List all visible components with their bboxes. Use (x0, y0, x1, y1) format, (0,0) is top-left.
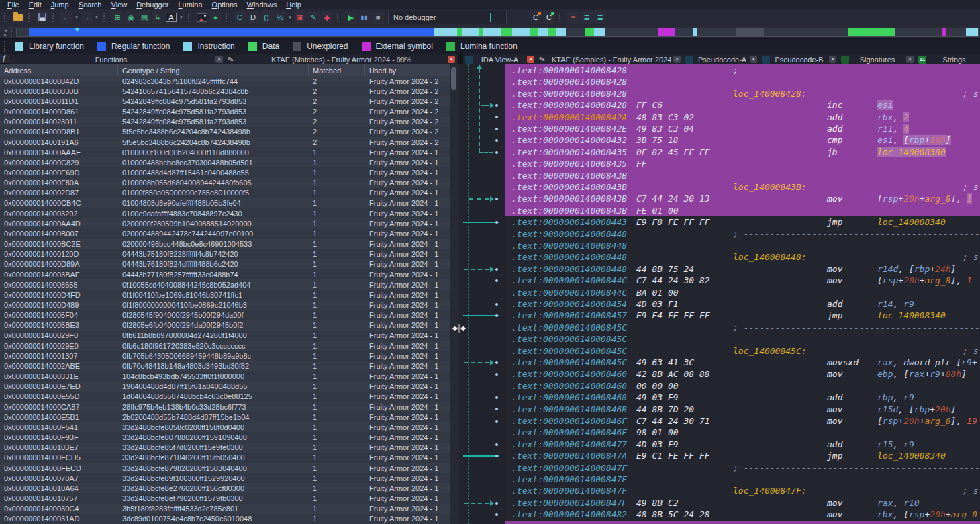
disasm-line[interactable]: .text:000000014000845C; ----------------… (505, 322, 980, 333)
table-row[interactable]: 0x00000001400011D154242849ffc084c975d581… (0, 96, 450, 106)
disasm-line[interactable]: .text:000000014000846042 8B AC 08 88move… (505, 368, 980, 380)
open-file-icon[interactable] (12, 11, 24, 24)
table-row[interactable]: 0x000000014000B0070200004889442478c74424… (0, 228, 450, 238)
pane-splitter[interactable] (458, 64, 463, 524)
close-tab-icon[interactable]: ✕ (215, 56, 223, 63)
disasm-line[interactable]: .text:000000014000843B (505, 170, 980, 181)
debugger-select[interactable]: No debugger (388, 11, 507, 24)
column-header[interactable]: Genotype / String (118, 64, 309, 76)
disasm-line[interactable]: .text:000000014000842E49 83 C3 04addr11,… (505, 123, 980, 134)
disasm-line[interactable]: .text:0000000140008448 (505, 240, 980, 251)
table-row[interactable]: 0x000000014000BC2E020000498bcc448bc0e8c4… (0, 239, 450, 249)
disasm-line[interactable]: .text:000000014000844844 8B 75 24movr14d… (505, 263, 980, 275)
local-types-icon[interactable]: ≣ (594, 11, 606, 24)
dropdown-caret-icon[interactable]: ▼ (287, 15, 293, 19)
column-header[interactable]: Used by (365, 64, 450, 76)
menu-debugger[interactable]: Debugger (132, 1, 173, 9)
jump-address-icon[interactable]: ↳ (152, 11, 164, 24)
table-row[interactable]: 0x00000001400029F00fb611b8b897000084d274… (0, 331, 450, 341)
table-row[interactable]: 0x000000014000D4FD0f1f00410fbe1069c81046… (0, 290, 450, 300)
close-tab-icon[interactable]: ✕ (448, 56, 455, 63)
disasm-line[interactable]: .text:000000014000842A48 83 C3 02addrbx,… (505, 112, 980, 123)
disasm-line[interactable]: .text:000000014000847F49 8B C2movrax, r1… (505, 497, 980, 509)
table-row[interactable]: 0x000000014000D8B15f5e5bc3488b6c24204c8b… (0, 127, 450, 137)
disasm-line[interactable]: .text:0000000140008443E9 F8 FE FF FFjmpl… (505, 216, 980, 228)
table-row[interactable]: 0x00000001400029E00fb6c180f961720383e820… (0, 341, 450, 351)
new-c-icon[interactable]: C (543, 11, 555, 24)
disasm-line[interactable]: .text:000000014000846849 03 E9addrbp, r9 (505, 392, 980, 403)
breakpoint-frame-icon[interactable]: ▣ (294, 11, 306, 24)
disasm-line[interactable]: .text:000000014000847F (505, 474, 980, 485)
table-row[interactable]: 0x0000000140002D8701000f850a05000090c785… (0, 188, 450, 198)
table-row[interactable]: 0x00000001400030C43b5f180f8283feffff4533… (0, 504, 450, 514)
menu-lumina[interactable]: Lumina (173, 1, 207, 9)
disasm-line[interactable]: .text:000000014000847F; ----------------… (505, 462, 980, 474)
disasm-line[interactable]: .text:000000014000847Floc_14000847F:; s (505, 485, 980, 496)
table-row[interactable]: 0x00000001400085550f10055cd404008844245c… (0, 279, 450, 290)
menu-help[interactable]: Help (281, 1, 306, 9)
breakpoint-icon[interactable]: ◆ (321, 11, 333, 24)
table-row[interactable]: 0x000000014000F80A0100008b055d6804008944… (0, 178, 450, 188)
table-row[interactable]: 0x000000014000E7ED190400488d4d87ff15f61a… (0, 382, 450, 392)
scrollbar-thumb[interactable] (451, 67, 456, 90)
lumina-status-icon[interactable]: ● (209, 11, 222, 24)
tab-signatures[interactable]: Signatures✕ (839, 54, 917, 65)
dropdown-caret-icon[interactable]: ▼ (74, 15, 79, 19)
table-row[interactable]: 0x000000014000D89A04443b76180f824dffffff… (0, 259, 450, 269)
produce-c-file-icon[interactable]: C (234, 11, 246, 24)
disasm-line[interactable]: .text:000000014000843BFE 01 00 (505, 205, 980, 216)
table-row[interactable]: 0x000000014000E5B12b0200488d55b7488d4d87… (0, 412, 450, 422)
disasm-line[interactable]: .text:00000001400084774D 03 F9addr15, r9 (505, 439, 980, 450)
table-row[interactable]: 0x000000014000D86154242849ffc084c975d581… (0, 106, 450, 116)
menu-jump[interactable]: Jump (46, 1, 74, 9)
close-tab-icon[interactable]: ✕ (527, 56, 534, 63)
ida-view-a-panel[interactable]: .text:0000000140008428; ----------------… (463, 64, 980, 524)
left-pane-scrollbar[interactable] (450, 64, 458, 524)
graph-view-icon[interactable] (196, 11, 208, 24)
navigate-forward-icon[interactable]: → (81, 11, 93, 24)
column-header[interactable]: Address (0, 64, 118, 76)
disasm-line[interactable]: .text:0000000140008428FF C6incesi (505, 99, 980, 111)
menu-file[interactable]: File (3, 1, 24, 9)
menu-edit[interactable]: Edit (24, 1, 46, 9)
disasm-line[interactable]: .text:00000001400084323B 75 18cmpesi, [r… (505, 134, 980, 146)
disasm-line[interactable]: .text:00000001400084350F 82 45 FF FFjblo… (505, 146, 980, 158)
table-row[interactable]: 0x000000014000842D024983c3043b75180f8245… (0, 76, 450, 86)
disasm-line[interactable]: .text:000000014000846000 00 00 (505, 380, 980, 392)
save-icon[interactable] (36, 11, 48, 24)
table-row[interactable]: 0x000000014000AA4D0200000f280599b1040088… (0, 218, 450, 228)
table-row[interactable]: 0x000000014000120D04443b75180f8228ffffff… (0, 249, 450, 259)
menu-view[interactable]: View (107, 1, 132, 9)
menu-options[interactable]: Options (207, 1, 242, 9)
table-row[interactable]: 0x00000001400032920100e9dafaffff4883c708… (0, 208, 450, 218)
disasm-line[interactable]: .text:000000014000846F98 01 00 (505, 427, 980, 438)
tab-ktae-samples-fruity-armor-2024-99[interactable]: ✎KTAE (Samples) - Fruity Armor 2024 - 99… (537, 54, 684, 65)
close-tab-icon[interactable]: ✕ (750, 56, 757, 63)
disasm-line[interactable]: .text:000000014000845C (505, 333, 980, 345)
start-process-icon[interactable]: ▶ (345, 11, 357, 24)
tab-functions[interactable]: Functions✕ (9, 54, 226, 65)
close-tab-icon[interactable]: ✕ (829, 56, 836, 63)
disasm-line[interactable]: .text:000000014000844CBA 01 00 (505, 287, 980, 298)
open-names-icon[interactable]: ▤ (138, 11, 150, 24)
disasm-line[interactable] (505, 521, 980, 524)
table-row[interactable]: 0x000000014000F93F33d2488bcfe807880200ff… (0, 432, 450, 442)
navigate-back-icon[interactable]: ← (60, 11, 72, 24)
disasm-line[interactable]: .text:000000014000843BC7 44 24 30 13mov[… (505, 193, 980, 204)
disasm-line[interactable]: .text:000000014000848248 8B 5C 24 28movr… (505, 509, 980, 520)
disasm-line[interactable]: .text:0000000140008448loc_140008448:; s (505, 251, 980, 263)
dropdown-caret-icon[interactable]: ▼ (179, 15, 184, 19)
table-header[interactable]: AddressGenotype / StringMatchedUsed by (0, 64, 450, 76)
table-row[interactable]: 0x00000001400103E733d2488bcfe85f7d0200ff… (0, 443, 450, 453)
table-row[interactable]: 0x000000014002301154242849ffc084c975d581… (0, 117, 450, 127)
table-row[interactable]: 0x00000001400013070fb705b643050066894594… (0, 351, 450, 361)
table-row[interactable]: 0x000000014000331E104c8bcb493bdb745533ff… (0, 372, 450, 382)
disasm-line[interactable]: .text:000000014000846B44 8B 7D 20movr15d… (505, 404, 980, 415)
table-row[interactable]: 0x000000014000E69D010000488d4d87ff15461c… (0, 167, 450, 177)
column-header[interactable]: Matched (309, 64, 365, 76)
table-row[interactable]: 0x000000014000830B54241065741564157488b6… (0, 86, 450, 96)
table-row[interactable]: 0x000000014000CA8728ffc975b4eb138b4b0c33… (0, 402, 450, 412)
tab-ida-view-a[interactable]: IDA View-A✕ (463, 54, 538, 65)
menu-search[interactable]: Search (74, 1, 107, 9)
table-row[interactable]: 0x000000014000E55D1d0400488d5587488bcb4c… (0, 392, 450, 402)
